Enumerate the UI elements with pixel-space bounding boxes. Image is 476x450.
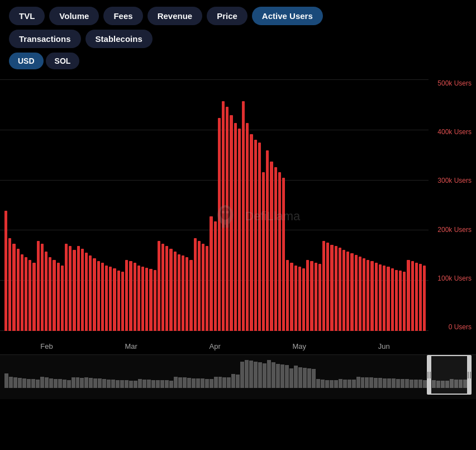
bar — [350, 253, 353, 331]
mini-bar — [325, 380, 329, 388]
filter-btn-transactions[interactable]: Transactions — [9, 30, 81, 48]
mini-bar — [76, 377, 80, 388]
mini-bar — [160, 380, 164, 388]
bar — [335, 246, 337, 331]
bar — [278, 172, 281, 331]
x-label: Jun — [378, 342, 390, 350]
mini-bar — [54, 379, 58, 388]
minimap-handle-left[interactable] — [427, 356, 431, 394]
bar — [81, 249, 84, 331]
mini-bar — [9, 377, 13, 388]
mini-bar — [378, 378, 382, 388]
minimap-selector[interactable] — [427, 355, 472, 395]
filter-btn-revenue[interactable]: Revenue — [147, 7, 203, 25]
mini-bar — [178, 377, 182, 388]
bar — [57, 263, 60, 331]
bar — [270, 162, 273, 331]
mini-bar — [285, 365, 289, 388]
minimap-grip-left — [427, 372, 431, 378]
mini-bar — [418, 380, 422, 388]
bar — [154, 270, 156, 331]
bar — [25, 257, 27, 331]
filter-btn-tvl[interactable]: TVL — [9, 7, 45, 25]
filter-btn-price[interactable]: Price — [207, 7, 247, 25]
bar — [97, 261, 100, 331]
mini-bar — [414, 380, 418, 388]
mini-bar — [31, 379, 35, 388]
mini-bar — [236, 375, 240, 388]
mini-bar — [174, 377, 178, 388]
mini-bar — [387, 378, 391, 388]
mini-bar — [374, 378, 378, 388]
filter-row-1: TVLVolumeFeesRevenuePriceActive Users — [9, 7, 467, 25]
currency-btn-usd[interactable]: USD — [9, 53, 44, 69]
mini-bar — [369, 377, 373, 388]
filter-row-2: TransactionsStablecoins — [9, 30, 467, 48]
bar — [286, 260, 289, 331]
bar — [411, 261, 414, 331]
currency-row: USDSOL — [9, 53, 467, 69]
filter-btn-stablecoins[interactable]: Stablecoins — [85, 30, 153, 48]
mini-bar — [316, 379, 320, 388]
bar — [262, 172, 265, 331]
mini-bar — [343, 380, 347, 388]
bar — [415, 263, 418, 331]
bar — [359, 257, 361, 331]
watermark: DefiLlama — [211, 202, 300, 230]
bar — [383, 266, 385, 331]
mini-bar — [339, 379, 342, 388]
chart-area: 500k Users400k Users300k Users200k Users… — [0, 79, 476, 353]
minimap-bars — [4, 358, 472, 388]
mini-bar — [36, 380, 40, 388]
minimap-grip-right — [468, 372, 471, 378]
bar — [49, 257, 51, 331]
bar — [65, 244, 68, 331]
bar — [346, 252, 349, 331]
bar — [37, 241, 40, 331]
x-axis: FebMarAprMayJun — [4, 342, 426, 350]
bar — [17, 249, 20, 331]
bar — [330, 245, 333, 331]
bar — [206, 246, 208, 331]
bar — [214, 221, 217, 331]
filter-btn-volume[interactable]: Volume — [49, 7, 99, 25]
grip-line — [468, 372, 469, 378]
mini-bar — [134, 381, 137, 388]
mini-bar — [294, 366, 298, 388]
y-label: 500k Users — [437, 79, 472, 87]
mini-bar — [18, 378, 22, 388]
bar — [407, 260, 410, 331]
y-label: 200k Users — [437, 226, 472, 234]
y-label: 300k Users — [437, 177, 472, 184]
bar — [41, 244, 44, 331]
mini-bar — [410, 380, 413, 388]
bar — [355, 255, 358, 331]
bar — [129, 261, 132, 331]
mini-bar — [321, 380, 325, 388]
bar — [61, 266, 64, 331]
currency-btn-sol[interactable]: SOL — [46, 53, 80, 69]
mini-bar — [405, 379, 409, 388]
mini-bar — [102, 379, 106, 388]
x-label: Mar — [125, 342, 137, 350]
y-axis: 500k Users400k Users300k Users200k Users… — [437, 79, 472, 331]
mini-bar — [210, 379, 213, 388]
filter-btn-fees[interactable]: Fees — [103, 7, 142, 25]
mini-bar — [129, 381, 133, 388]
mini-bar — [267, 360, 271, 388]
mini-bar — [147, 380, 151, 388]
mini-bar — [205, 379, 209, 388]
bar — [121, 272, 124, 331]
bar — [158, 241, 160, 331]
bar — [342, 250, 345, 331]
mini-bar — [254, 362, 258, 388]
mini-bar — [312, 369, 316, 388]
filter-btn-active-users[interactable]: Active Users — [252, 7, 323, 25]
bar — [322, 241, 325, 331]
mini-bar — [151, 380, 155, 388]
bar — [202, 244, 204, 331]
mini-bar — [22, 378, 26, 388]
minimap-handle-right[interactable] — [467, 356, 472, 394]
bar — [69, 246, 72, 331]
bar — [8, 238, 11, 331]
